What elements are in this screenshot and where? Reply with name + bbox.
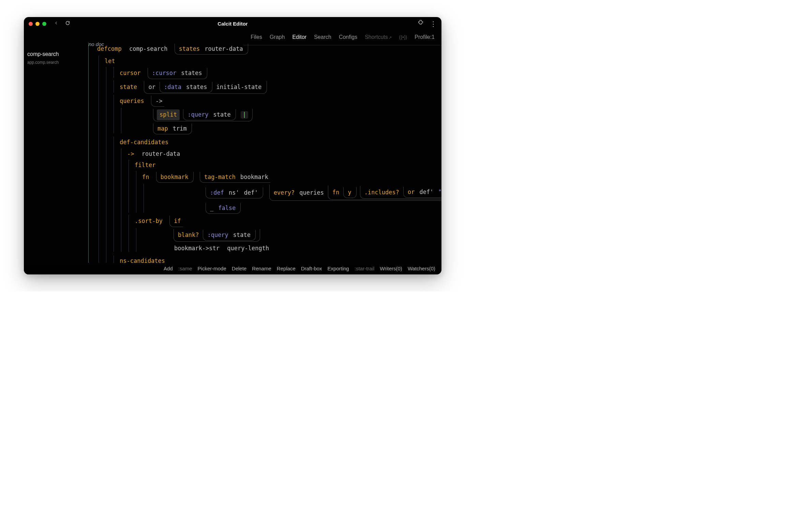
token-bookmark[interactable]: bookmark bbox=[160, 172, 189, 182]
group-or2[interactable]: or def' " bbox=[403, 187, 441, 198]
group-split[interactable]: split :query state | bbox=[153, 109, 253, 121]
token-queries-ref[interactable]: queries bbox=[299, 188, 325, 197]
status-delete[interactable]: Delete bbox=[232, 265, 246, 273]
token-router-data[interactable]: router-data bbox=[204, 44, 244, 54]
sidebar: no doc comp-search app.comp.search bbox=[24, 40, 84, 274]
nav-files[interactable]: Files bbox=[251, 33, 262, 42]
token-query-length[interactable]: query-length bbox=[226, 245, 270, 252]
token-fn[interactable]: fn bbox=[141, 174, 150, 180]
status-watchers[interactable]: Watchers(0) bbox=[408, 265, 435, 273]
group-every[interactable]: every? queries fn y bbox=[269, 185, 441, 201]
token-false[interactable]: false bbox=[217, 204, 236, 213]
token-trim[interactable]: trim bbox=[172, 124, 187, 133]
status-exporting[interactable]: Exporting bbox=[328, 265, 349, 273]
group-if[interactable]: if bbox=[169, 216, 183, 227]
status-star-trail[interactable]: :star-trail bbox=[355, 265, 374, 273]
token-states[interactable]: states bbox=[178, 44, 200, 54]
token-arrow2[interactable]: -> bbox=[126, 150, 135, 157]
token-tag-match[interactable]: tag-match bbox=[204, 172, 236, 182]
nav-editor[interactable]: Editor bbox=[292, 33, 306, 42]
group-fn-arg[interactable]: bookmark bbox=[156, 172, 194, 183]
token-k-query[interactable]: :query bbox=[187, 110, 209, 119]
token-initial-state[interactable]: initial-state bbox=[216, 82, 262, 92]
group-underscore-false[interactable]: _ false bbox=[206, 203, 241, 214]
group-thread[interactable]: -> bbox=[151, 96, 164, 107]
nav-shortcuts[interactable]: Shortcuts↗ bbox=[365, 33, 392, 42]
token-arrow[interactable]: -> bbox=[155, 96, 163, 106]
back-button[interactable] bbox=[54, 19, 59, 28]
app-window: Calcit Editor ⋮ Files Graph Editor Searc… bbox=[24, 17, 441, 274]
token-y[interactable]: y bbox=[347, 188, 352, 197]
nav-configs[interactable]: Configs bbox=[339, 33, 357, 42]
params-group[interactable]: states router-data bbox=[175, 44, 248, 55]
token-blank[interactable]: blank? bbox=[177, 230, 199, 240]
token-bookmark-str[interactable]: bookmark->str bbox=[174, 245, 220, 252]
token-states-ref2[interactable]: states bbox=[185, 82, 208, 92]
token-or[interactable]: or bbox=[148, 82, 156, 92]
nav-profile[interactable]: Profile:1 bbox=[415, 33, 435, 42]
status-add[interactable]: Add bbox=[164, 265, 173, 273]
token-includes[interactable]: .includes? bbox=[364, 188, 400, 197]
token-def-candidates[interactable]: def-candidates bbox=[119, 139, 169, 146]
token-k-query2[interactable]: :query bbox=[207, 230, 229, 240]
group-blank[interactable]: blank? :query state bbox=[174, 229, 260, 242]
token-fn2[interactable]: fn bbox=[332, 188, 340, 197]
status-picker-mode[interactable]: Picker-mode bbox=[198, 265, 226, 273]
token-sort-by[interactable]: .sort-by bbox=[134, 217, 163, 224]
status-writers[interactable]: Writers(0) bbox=[380, 265, 402, 273]
token-state-ref[interactable]: state bbox=[213, 110, 231, 119]
token-k-def[interactable]: :def bbox=[209, 188, 225, 197]
group-includes[interactable]: .includes? or def' " bbox=[360, 186, 441, 199]
extension-icon[interactable] bbox=[418, 19, 424, 28]
status-replace[interactable]: Replace bbox=[277, 265, 296, 273]
token-defcomp[interactable]: defcomp bbox=[96, 45, 122, 52]
token-ns-candidates[interactable]: ns-candidates bbox=[119, 257, 166, 263]
token-router-data[interactable]: router-data bbox=[141, 150, 181, 157]
group-def-ns-def[interactable]: :def ns' def' bbox=[206, 188, 263, 198]
token-dquote[interactable]: " bbox=[437, 188, 441, 197]
group-or[interactable]: or :data states initial-state bbox=[144, 81, 267, 94]
edit-cursor[interactable]: | bbox=[241, 111, 248, 119]
token-states-ref[interactable]: states bbox=[180, 69, 202, 78]
token-underscore[interactable]: _ bbox=[209, 204, 214, 213]
maximize-icon[interactable] bbox=[42, 22, 46, 26]
token-state[interactable]: state bbox=[119, 84, 138, 90]
group-map-trim[interactable]: map trim bbox=[153, 123, 192, 134]
token-split[interactable]: split bbox=[157, 109, 180, 120]
token-comp-name[interactable]: comp-search bbox=[129, 45, 168, 52]
status-rename[interactable]: Rename bbox=[252, 265, 271, 273]
token-k-data[interactable]: :data bbox=[163, 82, 182, 92]
group-tag-match[interactable]: tag-match bookmark bbox=[200, 172, 270, 183]
token-every[interactable]: every? bbox=[273, 188, 295, 197]
nav-graph[interactable]: Graph bbox=[270, 33, 285, 42]
sidebar-entry[interactable]: comp-search app.comp.search bbox=[27, 50, 80, 66]
token-queries[interactable]: queries bbox=[119, 97, 145, 104]
group-y[interactable]: y bbox=[343, 187, 356, 198]
token-k-cursor[interactable]: :cursor bbox=[151, 69, 177, 78]
status-same[interactable]: :same bbox=[178, 265, 192, 273]
token-if[interactable]: if bbox=[173, 216, 181, 226]
token-ns-tick[interactable]: ns' bbox=[228, 188, 240, 197]
reload-button[interactable] bbox=[65, 19, 70, 28]
titlebar: Calcit Editor ⋮ bbox=[24, 17, 441, 31]
token-def-tick2[interactable]: def' bbox=[419, 188, 434, 197]
token-def-tick[interactable]: def' bbox=[243, 188, 259, 197]
token-filter[interactable]: filter bbox=[134, 162, 156, 168]
group-cursor-expr[interactable]: :cursor states bbox=[148, 68, 207, 79]
token-state-ref2[interactable]: state bbox=[232, 230, 251, 240]
editor-area[interactable]: defcomp comp-search states router-data l… bbox=[84, 43, 441, 263]
group-data-states[interactable]: :data states bbox=[160, 82, 212, 93]
status-draft-box[interactable]: Draft-box bbox=[301, 265, 322, 273]
minimize-icon[interactable] bbox=[35, 22, 40, 26]
group-fn-y[interactable]: fn y .includes? bbox=[328, 185, 441, 200]
token-bookmark-ref[interactable]: bookmark bbox=[240, 172, 269, 182]
broadcast-icon[interactable]: ((•)) bbox=[399, 33, 407, 41]
token-or2[interactable]: or bbox=[407, 188, 415, 197]
group-query-state2[interactable]: :query state bbox=[203, 230, 256, 241]
token-cursor[interactable]: cursor bbox=[119, 70, 141, 76]
token-map[interactable]: map bbox=[157, 124, 169, 133]
nav-search[interactable]: Search bbox=[314, 33, 331, 42]
token-let[interactable]: let bbox=[104, 58, 116, 64]
close-icon[interactable] bbox=[29, 22, 33, 26]
group-query-state[interactable]: :query state bbox=[183, 109, 236, 120]
